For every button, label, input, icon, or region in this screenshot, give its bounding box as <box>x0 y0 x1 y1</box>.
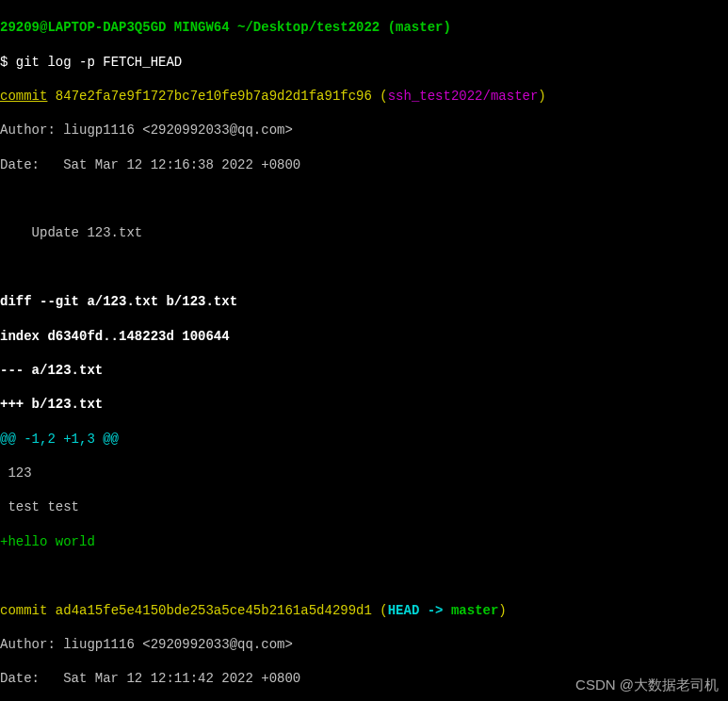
ref-name: ssh_test2022/master <box>388 89 539 104</box>
date-line: Date: Sat Mar 12 12:16:38 2022 +0800 <box>0 156 728 173</box>
diff-added: +hello world <box>0 533 728 550</box>
ref-close: ) <box>538 89 545 104</box>
diff-hunk: @@ -1,2 +1,3 @@ <box>0 431 728 448</box>
ref-open: ( <box>372 89 388 104</box>
commit-hash: 847e2fa7e9f1727bc7e10fe9b7a9d2d1fa91fc96 <box>56 89 372 104</box>
commit-hash: ad4a15fe5e4150bde253a5ce45b2161a5d4299d1 <box>56 603 372 618</box>
author-line: Author: liugp1116 <2920992033@qq.com> <box>0 636 728 653</box>
commit-label: commit <box>0 89 47 104</box>
diff-file-a: --- a/123.txt <box>0 362 728 379</box>
prompt-symbol: $ <box>0 55 16 70</box>
command-text: git log -p FETCH_HEAD <box>16 55 182 70</box>
prompt-path: 29209@LAPTOP-DAP3Q5GD MINGW64 ~/Desktop/… <box>0 20 451 35</box>
ref-close: ) <box>498 603 506 618</box>
head-label: HEAD -> <box>388 603 451 618</box>
watermark: CSDN @大数据老司机 <box>575 676 719 694</box>
diff-header: diff --git a/123.txt b/123.txt <box>0 293 728 310</box>
terminal-output: 29209@LAPTOP-DAP3Q5GD MINGW64 ~/Desktop/… <box>0 0 728 701</box>
diff-context: test test <box>0 498 728 515</box>
diff-index: index d6340fd..148223d 100644 <box>0 328 728 345</box>
diff-context: 123 <box>0 465 728 481</box>
commit-message: Update 123.txt <box>0 224 728 241</box>
ref-name: master <box>451 603 498 618</box>
author-line: Author: liugp1116 <2920992033@qq.com> <box>0 122 728 139</box>
diff-file-b: +++ b/123.txt <box>0 396 728 413</box>
commit-label: commit <box>0 603 47 618</box>
ref-open: ( <box>372 603 388 618</box>
